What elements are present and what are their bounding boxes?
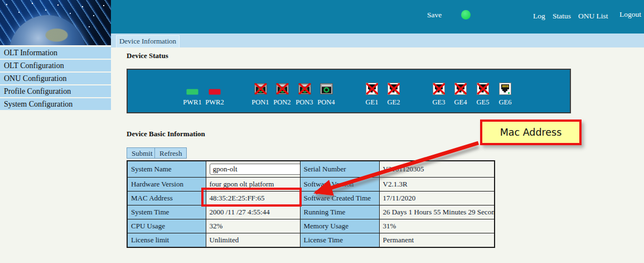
- port-label: PON1: [251, 99, 269, 106]
- port-label: PWR2: [205, 99, 224, 106]
- table-row: License limit Unlimited License Time Per…: [127, 233, 495, 248]
- logout-button[interactable]: Logout: [619, 10, 641, 19]
- refresh-button[interactable]: Refresh: [154, 147, 187, 159]
- table-cell-label: Software Version: [300, 178, 379, 192]
- table-cell-label: Running Time: [300, 205, 379, 219]
- ethernet-port-icon: [388, 83, 400, 97]
- port-label: PON3: [296, 99, 313, 106]
- table-cell-value: Unlimited: [206, 233, 300, 248]
- port-label: PON4: [317, 99, 335, 106]
- port-ge6: GE6: [492, 79, 518, 106]
- pon-port-icon: [298, 83, 311, 97]
- table-cell-label: System Name: [127, 161, 206, 178]
- port-label: PWR1: [183, 99, 201, 106]
- port-label: GE1: [366, 99, 379, 106]
- port-label: PON2: [273, 99, 290, 106]
- table-cell-label: Memory Usage: [300, 219, 379, 233]
- port-label: GE5: [477, 99, 490, 106]
- submit-button[interactable]: Submit: [127, 147, 158, 159]
- ethernet-port-icon: [366, 83, 378, 97]
- nav-log[interactable]: Log: [533, 12, 545, 21]
- table-cell-label: MAC Address: [127, 192, 206, 205]
- pon-port-icon: [276, 83, 289, 97]
- device-status-panel: PWR1PWR2 PON1 PON2 PON3 PON4 GE1 GE2 GE3: [127, 69, 571, 113]
- sidebar-item-olt-information[interactable]: OLT Information: [0, 47, 111, 59]
- device-basic-heading: Device Basic Information: [127, 130, 205, 138]
- table-cell-label: CPU Usage: [127, 219, 206, 233]
- mac-address-value: 48:35:2E:25:FF:65: [206, 192, 300, 205]
- table-cell-value: 32%: [206, 219, 300, 233]
- ethernet-port-icon: [454, 83, 467, 97]
- pon-port-icon: [254, 83, 267, 97]
- table-cell-label: Software Created Time: [300, 192, 379, 205]
- power-led-icon: [209, 87, 221, 97]
- sidebar-item-system-configuration[interactable]: System Configuration: [0, 98, 111, 110]
- table-cell-value: 31%: [379, 219, 495, 233]
- tab-bar: Device Information: [111, 34, 644, 47]
- table-cell-value: four gpon olt platform: [206, 178, 300, 192]
- globe-icon: [9, 15, 86, 45]
- table-cell-value: V2.1.3R: [379, 178, 495, 192]
- device-status-heading: Device Status: [127, 51, 168, 60]
- sidebar-item-onu-configuration[interactable]: ONU Configuration: [0, 73, 111, 84]
- table-cell-label: License limit: [127, 233, 206, 248]
- ethernet-port-icon: [433, 83, 445, 97]
- table-row: Hardware Version four gpon olt platform …: [127, 178, 495, 192]
- ethernet-port-icon: [499, 83, 511, 97]
- pon-port-icon: [320, 83, 333, 97]
- table-cell-value: 17/11/2020: [379, 192, 495, 205]
- power-led-icon: [186, 87, 198, 97]
- table-row: CPU Usage 32% Memory Usage 31%: [127, 219, 495, 233]
- sidebar: OLT Information OLT Configuration ONU Co…: [0, 47, 111, 111]
- port-label: GE6: [499, 99, 512, 106]
- table-cell-value: 2000 /11 /27 4:55:44: [206, 205, 300, 219]
- fiber-globe-logo: [0, 0, 111, 45]
- port-pon4: PON4: [313, 79, 339, 106]
- sidebar-item-profile-configuration[interactable]: Profile Configuration: [0, 85, 111, 97]
- table-cell-value: Permanent: [379, 233, 495, 248]
- table-cell-label: Hardware Version: [127, 178, 206, 192]
- table-cell-label: Serial Number: [300, 161, 379, 178]
- nav-status[interactable]: Status: [553, 12, 571, 21]
- port-label: GE2: [388, 99, 400, 106]
- tab-device-information[interactable]: Device Information: [116, 35, 180, 47]
- port-label: GE3: [433, 99, 446, 106]
- table-cell-value: V2101120305: [379, 161, 495, 178]
- mac-callout: Mac Address: [480, 119, 582, 145]
- sidebar-item-olt-configuration[interactable]: OLT Configuration: [0, 60, 111, 71]
- port-pwr2: PWR2: [202, 79, 227, 106]
- device-info-table: System Name Serial Number V2101120305 Ha…: [127, 160, 495, 248]
- table-cell-label: License Time: [300, 233, 379, 248]
- ethernet-port-icon: [477, 83, 489, 97]
- table-cell-value: 26 Days 1 Hours 55 Minutes 29 Seconds: [379, 205, 495, 219]
- table-row: System Name Serial Number V2101120305: [127, 161, 495, 178]
- nav-onu-list[interactable]: ONU List: [578, 12, 608, 21]
- port-label: GE4: [454, 99, 467, 106]
- table-row: MAC Address 48:35:2E:25:FF:65 Software C…: [127, 192, 495, 205]
- table-row: System Time 2000 /11 /27 4:55:44 Running…: [127, 205, 495, 219]
- system-name-input[interactable]: [210, 164, 301, 175]
- status-dot-icon: [461, 10, 471, 20]
- table-cell-value: [206, 161, 300, 178]
- port-ge2: GE2: [381, 79, 406, 106]
- table-cell-label: System Time: [127, 205, 206, 219]
- save-button[interactable]: Save: [427, 11, 442, 20]
